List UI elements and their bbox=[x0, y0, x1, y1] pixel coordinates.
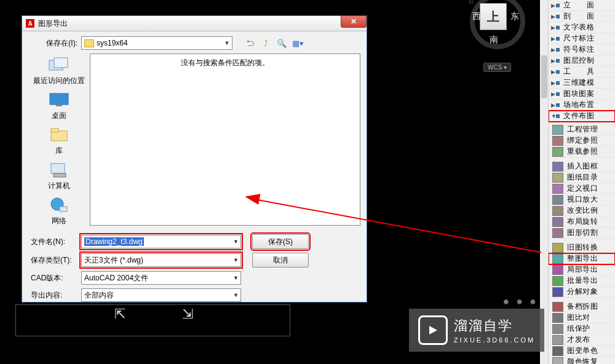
panel-command-label: 布局旋转 bbox=[567, 216, 598, 227]
export-dialog: A 图形导出 ✕ 保存在(I): sys19x64 ▼ ⮌ ⤴ 🔍 ▦▾ bbox=[22, 15, 367, 303]
place-libraries[interactable]: 库 bbox=[31, 126, 87, 156]
panel-category[interactable]: ▶立 面 bbox=[549, 0, 615, 11]
panel-category[interactable]: ▶文字表格 bbox=[549, 22, 615, 33]
save-in-label: 保存在(I): bbox=[28, 38, 81, 49]
triangle-right-icon: ▶ bbox=[551, 80, 556, 86]
panel-category-label: 场地布置 bbox=[563, 100, 594, 110]
file-name-combo[interactable]: Drawing2_t3.dwg ▼ bbox=[81, 235, 241, 248]
panel-command[interactable]: 改变比例 bbox=[549, 205, 615, 216]
command-icon bbox=[552, 162, 563, 172]
panel-category-label: 文字表格 bbox=[563, 22, 594, 33]
panel-command[interactable]: 插入图框 bbox=[549, 161, 615, 172]
app-icon: A bbox=[26, 19, 34, 28]
panel-category[interactable]: ▼文件布图 bbox=[549, 111, 615, 122]
panel-command-label: 整图导出 bbox=[567, 253, 598, 264]
command-icon bbox=[552, 324, 563, 334]
panel-category[interactable]: ▶图块图案 bbox=[549, 89, 615, 100]
viewcube-east[interactable]: 东 bbox=[510, 11, 519, 22]
command-icon bbox=[552, 125, 563, 135]
panel-command[interactable]: 颜色恢复 bbox=[549, 357, 615, 364]
panel-command[interactable]: 布局旋转 bbox=[549, 216, 615, 228]
watermark-url: ZIXUE.3D66.COM bbox=[454, 336, 535, 344]
save-type-label: 保存类型(T): bbox=[28, 255, 81, 266]
panel-command[interactable]: 绑定参照 bbox=[549, 135, 615, 146]
panel-command[interactable]: 纸保护 bbox=[549, 323, 615, 334]
desktop-icon bbox=[47, 91, 71, 109]
play-icon bbox=[418, 315, 448, 345]
export-content-combo[interactable]: 全部内容 ▼ bbox=[81, 288, 241, 302]
wcs-badge[interactable]: WCS ▾ bbox=[483, 63, 511, 72]
save-in-value: sys19x64 bbox=[97, 39, 128, 47]
resize-dots-icon: ● ● ● bbox=[502, 295, 538, 308]
category-dot-icon bbox=[556, 37, 560, 41]
file-list-area[interactable]: 没有与搜索条件匹配的项。 bbox=[90, 53, 360, 226]
right-panel: ▶立 面▶剖 面▶文字表格▶尺寸标注▶符号标注▶图层控制▶工 具▶三维建模▶图块… bbox=[548, 0, 615, 364]
place-network[interactable]: 网络 bbox=[31, 196, 87, 226]
panel-category[interactable]: ▶尺寸标注 bbox=[549, 33, 615, 44]
panel-command[interactable]: 图形切割 bbox=[549, 228, 615, 239]
place-recent[interactable]: 最近访问的位置 bbox=[31, 56, 87, 86]
file-name-value: Drawing2_t3.dwg bbox=[84, 237, 144, 246]
panel-command[interactable]: 图纸目录 bbox=[549, 172, 615, 183]
search-icon[interactable]: 🔍 bbox=[277, 38, 287, 48]
panel-command[interactable]: 整图导出 bbox=[549, 253, 615, 264]
svg-rect-3 bbox=[56, 105, 62, 106]
cancel-button[interactable]: 取消 bbox=[252, 253, 309, 267]
panel-command[interactable]: 定义视口 bbox=[549, 183, 615, 194]
panel-category[interactable]: ▶三维建模 bbox=[549, 77, 615, 89]
panel-command[interactable]: 图比对 bbox=[549, 312, 615, 323]
recent-icon bbox=[47, 56, 71, 74]
panel-command[interactable]: 批量导出 bbox=[549, 275, 615, 287]
viewcube-west[interactable]: 西 bbox=[472, 11, 481, 22]
command-icon bbox=[552, 173, 563, 183]
panel-command[interactable]: 重载参照 bbox=[549, 146, 615, 157]
panel-command[interactable]: 备档拆图 bbox=[549, 301, 615, 312]
triangle-right-icon: ▶ bbox=[551, 91, 556, 97]
views-icon[interactable]: ▦▾ bbox=[293, 38, 303, 48]
cad-version-label: CAD版本: bbox=[28, 273, 81, 283]
save-type-combo[interactable]: 天正3文件 (*.dwg) ▼ bbox=[81, 253, 241, 267]
panel-command-label: 才发布 bbox=[567, 334, 590, 345]
viewcube-top-face[interactable]: 上 bbox=[480, 3, 507, 30]
dialog-toolbar: ⮌ ⤴ 🔍 ▦▾ bbox=[245, 38, 303, 48]
panel-command[interactable]: 工程管理 bbox=[549, 124, 615, 135]
panel-category[interactable]: ▶工 具 bbox=[549, 66, 615, 77]
category-dot-icon bbox=[556, 103, 560, 107]
triangle-down-icon: ▼ bbox=[551, 113, 556, 119]
command-icon bbox=[552, 346, 563, 356]
save-in-combo[interactable]: sys19x64 ▼ bbox=[81, 36, 232, 50]
viewcube: ⌂ 上 西 东 南 WCS ▾ bbox=[455, 0, 535, 80]
folder-icon bbox=[84, 39, 94, 47]
close-button[interactable]: ✕ bbox=[341, 15, 367, 28]
panel-category-label: 尺寸标注 bbox=[563, 33, 594, 44]
up-level-icon[interactable]: ⤴ bbox=[261, 38, 271, 48]
panel-command[interactable]: 分解对象 bbox=[549, 287, 615, 298]
home-icon[interactable]: ⌂ bbox=[469, 0, 473, 5]
triangle-right-icon: ▶ bbox=[551, 47, 556, 53]
command-icon bbox=[552, 254, 563, 264]
panel-scrollbar-thumb[interactable] bbox=[541, 55, 547, 98]
command-icon bbox=[552, 287, 563, 297]
panel-category[interactable]: ▶场地布置 bbox=[549, 100, 615, 111]
panel-command-label: 局部导出 bbox=[567, 264, 598, 275]
panel-command[interactable]: 才发布 bbox=[549, 334, 615, 346]
panel-command[interactable]: 局部导出 bbox=[549, 264, 615, 275]
back-icon[interactable]: ⮌ bbox=[245, 38, 255, 48]
save-button[interactable]: 保存(S) bbox=[252, 234, 309, 249]
panel-command[interactable]: 图变单色 bbox=[549, 346, 615, 357]
command-icon bbox=[552, 195, 563, 205]
triangle-right-icon: ▶ bbox=[551, 58, 556, 64]
cad-version-combo[interactable]: AutoCAD 2004文件 ▼ bbox=[81, 271, 241, 285]
svg-rect-1 bbox=[54, 58, 68, 68]
viewcube-south[interactable]: 南 bbox=[490, 34, 498, 46]
panel-command[interactable]: 旧图转换 bbox=[549, 242, 615, 253]
panel-category[interactable]: ▶图层控制 bbox=[549, 55, 615, 66]
place-desktop[interactable]: 桌面 bbox=[31, 91, 87, 121]
panel-category[interactable]: ▶剖 面 bbox=[549, 11, 615, 22]
panel-command-label: 视口放大 bbox=[567, 194, 598, 205]
chevron-down-icon: ▼ bbox=[233, 275, 239, 281]
panel-category[interactable]: ▶符号标注 bbox=[549, 44, 615, 55]
panel-command[interactable]: 视口放大 bbox=[549, 194, 615, 205]
place-computer[interactable]: 计算机 bbox=[31, 161, 87, 191]
triangle-right-icon: ▶ bbox=[551, 36, 556, 42]
